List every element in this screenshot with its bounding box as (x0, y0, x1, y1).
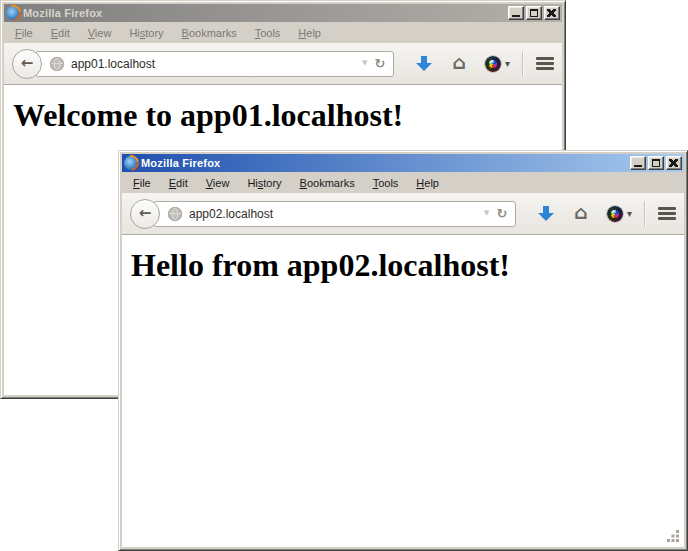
toolbar-separator (644, 201, 645, 227)
resize-grip[interactable] (667, 530, 679, 542)
back-button[interactable]: ← (12, 49, 42, 79)
close-button[interactable] (666, 156, 682, 170)
extension-icon[interactable] (607, 206, 623, 222)
menu-history[interactable]: History (120, 25, 172, 41)
minimize-icon (512, 15, 520, 17)
reload-icon[interactable]: ↻ (496, 207, 507, 220)
urlbar-dropdown-icon[interactable]: ▼ (484, 210, 489, 217)
chevron-down-icon[interactable]: ▾ (505, 59, 510, 69)
close-icon (547, 9, 556, 17)
menu-bookmarks[interactable]: Bookmarks (291, 175, 364, 191)
urlbar-dropdown-icon[interactable]: ▼ (362, 60, 367, 67)
maximize-icon (530, 9, 538, 17)
download-arrow-head (538, 213, 554, 221)
back-arrow-icon: ← (21, 56, 34, 71)
url-bar[interactable]: app01.localhost ▼ ↻ (35, 51, 394, 77)
chevron-down-icon[interactable]: ▾ (627, 209, 632, 219)
menu-bar: File Edit View History Bookmarks Tools H… (122, 172, 684, 193)
minimize-icon (634, 165, 642, 167)
menu-bar: File Edit View History Bookmarks Tools H… (4, 22, 562, 43)
close-icon (669, 159, 678, 167)
extension-icon[interactable] (485, 56, 501, 72)
toolbar-separator (522, 51, 523, 77)
minimize-button[interactable] (630, 156, 646, 170)
menu-help[interactable]: Help (407, 175, 448, 191)
menu-edit[interactable]: Edit (42, 25, 79, 41)
home-icon[interactable]: ⌂ (574, 203, 588, 222)
minimize-button[interactable] (508, 6, 524, 20)
back-button[interactable]: ← (130, 199, 160, 229)
page-heading: Hello from app02.localhost! (131, 247, 684, 284)
window-title: Mozilla Firefox (23, 7, 505, 19)
home-icon[interactable]: ⌂ (452, 53, 466, 72)
download-arrow-head (416, 63, 432, 71)
reload-icon[interactable]: ↻ (374, 57, 385, 70)
maximize-icon (652, 159, 660, 167)
title-bar[interactable]: Mozilla Firefox (122, 154, 684, 172)
globe-icon (50, 57, 64, 71)
navigation-toolbar: ← app01.localhost ▼ ↻ ⌂ ▾ (4, 43, 562, 85)
menu-history[interactable]: History (238, 175, 290, 191)
menu-help[interactable]: Help (289, 25, 330, 41)
menu-file[interactable]: File (6, 25, 42, 41)
url-text[interactable]: app01.localhost (71, 57, 355, 71)
menu-tools[interactable]: Tools (364, 175, 408, 191)
menu-panel-icon[interactable] (536, 55, 554, 72)
menu-file[interactable]: File (124, 175, 160, 191)
title-bar[interactable]: Mozilla Firefox (4, 4, 562, 22)
menu-view[interactable]: View (79, 25, 121, 41)
globe-icon (168, 207, 182, 221)
page-heading: Welcome to app01.localhost! (13, 97, 562, 134)
menu-tools[interactable]: Tools (246, 25, 290, 41)
menu-edit[interactable]: Edit (160, 175, 197, 191)
download-icon[interactable] (538, 205, 554, 222)
menu-bookmarks[interactable]: Bookmarks (173, 25, 246, 41)
window-controls (630, 156, 682, 170)
navigation-toolbar: ← app02.localhost ▼ ↻ ⌂ ▾ (122, 193, 684, 235)
window-title: Mozilla Firefox (141, 157, 627, 169)
url-text[interactable]: app02.localhost (189, 207, 477, 221)
menu-panel-icon[interactable] (658, 205, 676, 222)
download-icon[interactable] (416, 55, 432, 72)
firefox-icon (6, 6, 20, 20)
close-button[interactable] (544, 6, 560, 20)
back-arrow-icon: ← (139, 206, 152, 221)
page-content: Hello from app02.localhost! (122, 235, 684, 547)
firefox-icon (124, 156, 138, 170)
url-bar[interactable]: app02.localhost ▼ ↻ (153, 201, 516, 227)
firefox-window-app02[interactable]: Mozilla Firefox File Edit View History B… (118, 150, 688, 551)
maximize-button[interactable] (648, 156, 664, 170)
maximize-button[interactable] (526, 6, 542, 20)
menu-view[interactable]: View (197, 175, 239, 191)
window-controls (508, 6, 560, 20)
